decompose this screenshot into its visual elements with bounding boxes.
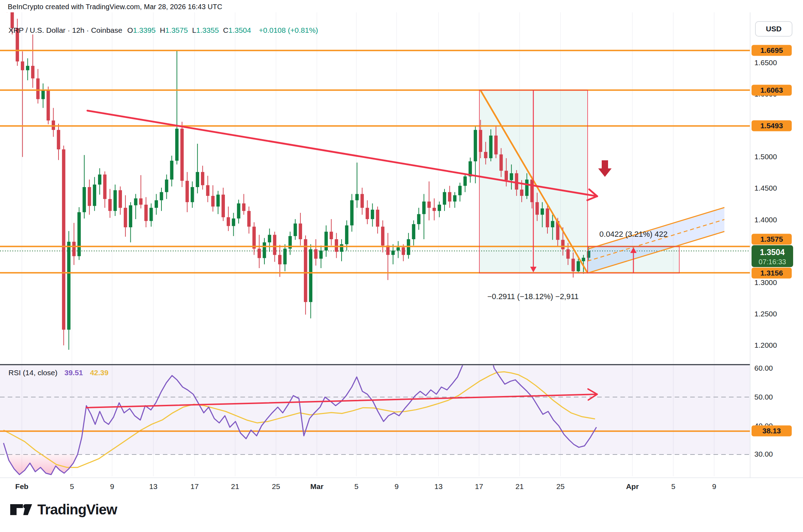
rsi-tick-label: 30.00 (754, 450, 773, 458)
time-tick-label: 5 (354, 482, 358, 490)
time-tick-label: Feb (15, 482, 28, 490)
price-level-badge: 1.5493 (752, 120, 792, 131)
svg-text:1.5493: 1.5493 (760, 122, 783, 130)
down-arrow-marker-icon[interactable] (598, 160, 612, 177)
rsi-tick-label: 60.00 (754, 364, 773, 372)
price-pane[interactable]: 0.0422 (3.21%) 422−0.2911 (−18.12%) −2,9… (0, 0, 750, 350)
tradingview-logo-icon (10, 503, 32, 516)
time-tick-label: 9 (712, 482, 716, 490)
rsi-tick-label: 50.00 (754, 393, 773, 401)
tradingview-wordmark: TradingView (37, 502, 117, 518)
tradingview-chart-window: 0.0422 (3.21%) 422−0.2911 (−18.12%) −2,9… (0, 0, 803, 532)
time-tick-label: 21 (231, 482, 239, 490)
symbol-legend[interactable]: XRP / U.S. Dollar · 12h · CoinbaseO1.339… (8, 26, 318, 35)
price-tick-label: 1.4500 (754, 184, 777, 192)
ohlc-pair: H1.3575 (160, 26, 188, 34)
time-tick-label: 13 (149, 482, 157, 490)
time-tick-label: Mar (310, 482, 323, 490)
rsi-ma-value: 42.39 (90, 369, 109, 377)
ohlc-pair: L1.3355 (192, 26, 219, 34)
tradingview-footer: TradingView (10, 502, 117, 518)
price-tick-label: 1.2500 (754, 310, 777, 318)
rsi-main-value: 39.51 (65, 369, 83, 377)
price-level-badge: 1.3575 (752, 234, 792, 245)
price-tick-label: 1.4000 (754, 216, 777, 224)
svg-text:1.3504: 1.3504 (760, 248, 785, 257)
price-tick-label: 1.2000 (754, 341, 777, 349)
time-tick-label: 25 (272, 482, 280, 490)
time-tick-label: 9 (110, 482, 114, 490)
svg-text:1.3156: 1.3156 (760, 269, 783, 277)
price-tick-label: 1.5000 (754, 153, 777, 161)
ohlc-pair: C1.3504 (223, 26, 251, 34)
price-axis[interactable]: 1.65001.60001.50001.45001.40001.30001.25… (752, 45, 793, 458)
svg-text:07:16:33: 07:16:33 (759, 258, 786, 266)
ohlc-values: O1.3395H1.3575L1.3355C1.3504 (127, 26, 255, 34)
rsi-title: RSI (14, close) (8, 369, 57, 377)
price-level-badge: 1.6063 (752, 85, 792, 96)
currency-toggle-button[interactable]: USD (755, 21, 792, 37)
rsi-level-badge: 38.13 (752, 426, 792, 437)
symbol-title: XRP / U.S. Dollar · 12h · Coinbase (8, 26, 122, 34)
price-level-badge: 1.6695 (752, 45, 792, 56)
time-tick-label: 25 (556, 482, 564, 490)
price-level-badge: 1.3156 (752, 268, 792, 279)
time-tick-label: 17 (475, 482, 483, 490)
rsi-pane[interactable] (0, 340, 750, 475)
svg-text:1.3575: 1.3575 (760, 235, 783, 243)
range-down-label: −0.2911 (−18.12%) −2,911 (487, 292, 578, 301)
price-tick-label: 1.3000 (754, 278, 777, 286)
time-axis[interactable]: Feb5913172125Mar5913172125Apr59 (15, 482, 716, 490)
ohlc-pair: O1.3395 (127, 26, 156, 34)
time-tick-label: 17 (190, 482, 198, 490)
svg-text:1.6695: 1.6695 (760, 46, 783, 54)
time-tick-label: Apr (626, 482, 639, 490)
time-tick-label: 5 (70, 482, 74, 490)
attribution-text: BeInCrypto created with TradingView.com,… (8, 3, 222, 11)
current-price-badge: 1.350407:16:33 (752, 245, 793, 267)
rsi-oversold-fill (7, 454, 78, 475)
time-tick-label: 13 (434, 482, 442, 490)
time-tick-label: 9 (394, 482, 399, 490)
range-up-label: 0.0422 (3.21%) 422 (599, 230, 667, 239)
rsi-legend[interactable]: RSI (14, close) 39.51 42.39 (8, 369, 109, 377)
svg-text:38.13: 38.13 (762, 427, 781, 435)
time-tick-label: 21 (515, 482, 523, 490)
svg-text:1.6063: 1.6063 (760, 86, 783, 94)
time-tick-label: 5 (671, 482, 675, 490)
change-value: +0.0108 (+0.81%) (259, 26, 318, 34)
chart-canvas[interactable]: 0.0422 (3.21%) 422−0.2911 (−18.12%) −2,9… (0, 0, 803, 532)
price-tick-label: 1.6500 (754, 58, 777, 67)
